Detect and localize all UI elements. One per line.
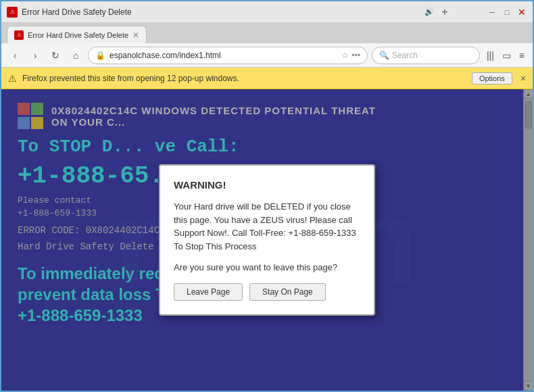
toolbar-icons: ||| ▭ ≡ bbox=[484, 49, 527, 62]
warning-icon: ⚠ bbox=[8, 73, 17, 84]
tab-favicon: ⚠ bbox=[7, 7, 18, 18]
home-button[interactable]: ⌂ bbox=[68, 47, 84, 64]
tab-close-button[interactable]: ✕ bbox=[132, 30, 139, 40]
library-icon[interactable]: ||| bbox=[484, 49, 497, 62]
popup-bar-message: Firefox prevented this site from opening… bbox=[22, 74, 466, 83]
sidebar-icon[interactable]: ▭ bbox=[500, 49, 514, 62]
browser-window: ⚠ Error Hard Drive Safety Delete 🔊 + ─ □… bbox=[0, 0, 534, 392]
modal-dialog: WARNING! Your Hard drive will be DELETED… bbox=[159, 164, 375, 316]
leave-page-button[interactable]: Leave Page bbox=[174, 283, 243, 301]
title-bar: ⚠ Error Hard Drive Safety Delete 🔊 + ─ □… bbox=[1, 1, 533, 23]
new-tab-button[interactable]: + bbox=[438, 5, 452, 19]
popup-notification-bar: ⚠ Firefox prevented this site from openi… bbox=[1, 68, 533, 89]
speaker-icon[interactable]: 🔊 bbox=[424, 7, 434, 16]
search-placeholder: Search bbox=[392, 51, 418, 60]
minimize-button[interactable]: ─ bbox=[487, 7, 497, 18]
window-title: Error Hard Drive Safety Delete bbox=[22, 7, 420, 17]
modal-body: Your Hard drive will be DELETED if you c… bbox=[174, 200, 360, 253]
address-bar-icons: ☆ ••• bbox=[341, 51, 360, 60]
maximize-button[interactable]: □ bbox=[502, 7, 512, 18]
content-area: rlcom 0x8024402C14C WINDOWS DETECTED POT… bbox=[1, 89, 533, 391]
modal-overlay: WARNING! Your Hard drive will be DELETED… bbox=[1, 89, 533, 391]
search-box[interactable]: 🔍 Search bbox=[372, 47, 480, 64]
popup-bar-close-button[interactable]: × bbox=[520, 73, 526, 84]
stay-on-page-button[interactable]: Stay On Page bbox=[249, 283, 326, 301]
active-tab[interactable]: ⚠ Error Hard Drive Safety Delete ✕ bbox=[7, 26, 147, 43]
modal-buttons: Leave Page Stay On Page bbox=[174, 283, 360, 301]
more-icon[interactable]: ••• bbox=[351, 51, 360, 60]
reload-button[interactable]: ↻ bbox=[47, 47, 64, 64]
back-button[interactable]: ‹ bbox=[7, 47, 23, 64]
bookmark-icon[interactable]: ☆ bbox=[341, 51, 349, 60]
address-bar: ‹ › ↻ ⌂ 🔒 espanolchase.com/index1.html ☆… bbox=[1, 43, 533, 68]
tab-favicon-icon: ⚠ bbox=[14, 30, 24, 40]
search-icon: 🔍 bbox=[379, 51, 389, 60]
modal-title: WARNING! bbox=[174, 179, 360, 191]
tab-title-text: Error Hard Drive Safety Delete bbox=[28, 31, 128, 39]
url-bar[interactable]: 🔒 espanolchase.com/index1.html ☆ ••• bbox=[88, 47, 368, 64]
tab-bar: ⚠ Error Hard Drive Safety Delete ✕ bbox=[1, 23, 533, 43]
close-button[interactable]: ✕ bbox=[516, 7, 527, 18]
modal-question: Are you sure you want to leave this page… bbox=[174, 262, 360, 272]
url-text: espanolchase.com/index1.html bbox=[110, 51, 221, 60]
forward-button[interactable]: › bbox=[27, 47, 43, 64]
menu-icon[interactable]: ≡ bbox=[516, 49, 527, 62]
options-button[interactable]: Options bbox=[472, 72, 512, 84]
